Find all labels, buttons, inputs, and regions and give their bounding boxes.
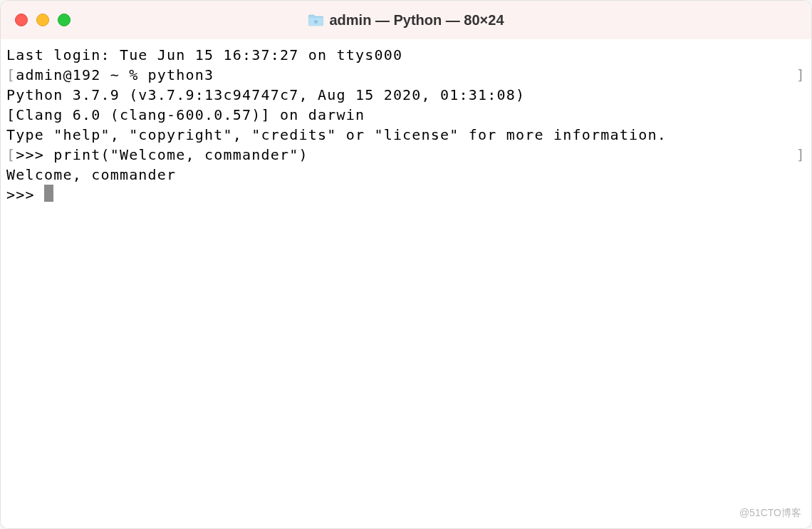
window-title: admin — Python — 80×24 <box>308 12 504 29</box>
terminal-window: admin — Python — 80×24 Last login: Tue J… <box>0 0 812 529</box>
repl-prompt-text: >>> <box>6 186 44 203</box>
traffic-lights <box>15 14 71 26</box>
terminal-line-repl-cmd: [ >>> print("Welcome, commander") ] <box>6 145 806 165</box>
close-button[interactable] <box>15 14 28 26</box>
minimize-button[interactable] <box>36 14 49 26</box>
terminal-line-clang: [Clang 6.0 (clang-600.0.57)] on darwin <box>6 105 806 125</box>
terminal-line-help: Type "help", "copyright", "credits" or "… <box>6 125 806 145</box>
terminal-line-python-version: Python 3.7.9 (v3.7.9:13c94747c7, Aug 15 … <box>6 85 806 105</box>
bracket-right-icon: ] <box>796 145 806 165</box>
terminal-line-shell-prompt: [ admin@192 ~ % python3 ] <box>6 65 806 85</box>
zoom-button[interactable] <box>58 14 71 26</box>
bracket-left-icon: [ <box>6 145 16 165</box>
terminal-line-repl-prompt: >>> <box>6 185 806 205</box>
svg-point-0 <box>314 20 318 24</box>
window-title-text: admin — Python — 80×24 <box>329 12 504 29</box>
cursor-icon <box>44 185 53 202</box>
terminal-line-last-login: Last login: Tue Jun 15 16:37:27 on ttys0… <box>6 45 806 65</box>
shell-command: admin@192 ~ % python3 <box>16 65 796 85</box>
terminal-body[interactable]: Last login: Tue Jun 15 16:37:27 on ttys0… <box>1 39 811 528</box>
bracket-right-icon: ] <box>796 65 806 85</box>
repl-command: >>> print("Welcome, commander") <box>16 145 796 165</box>
bracket-left-icon: [ <box>6 65 16 85</box>
watermark: @51CTO博客 <box>739 503 801 523</box>
titlebar: admin — Python — 80×24 <box>1 1 811 39</box>
folder-icon <box>308 14 323 26</box>
terminal-line-output: Welcome, commander <box>6 165 806 185</box>
